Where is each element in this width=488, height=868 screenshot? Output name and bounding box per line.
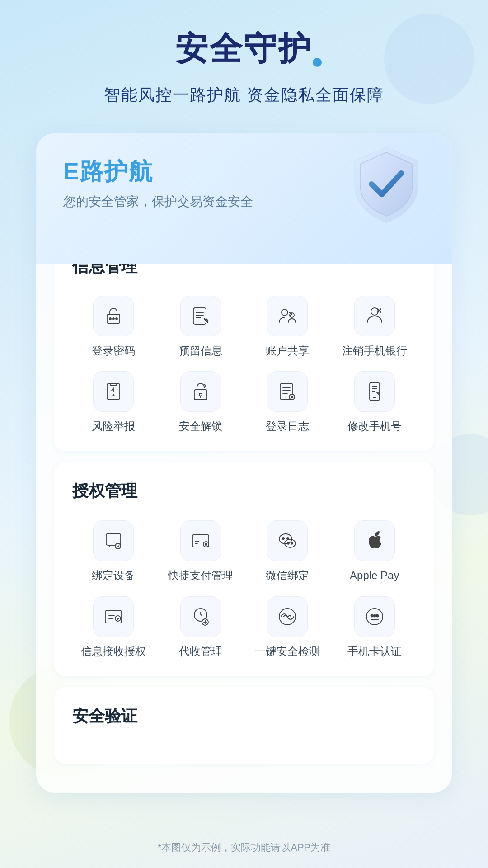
verify-section: 安全验证 [54,687,434,764]
svg-point-21 [279,534,292,544]
login-log-label: 登录日志 [266,419,309,433]
change-phone-icon-box [354,371,395,412]
svg-point-32 [371,614,373,617]
item-safety-check[interactable]: 一键安全检测 [246,596,329,658]
item-wechat-bind[interactable]: 微信绑定 [246,520,329,582]
page-container: 安全守护 智能风控一路护航 资金隐私全面保障 E路护航 您的安全管家，保护交易资… [0,0,488,868]
shield-icon [348,142,429,233]
apple-pay-label: Apple Pay [350,568,399,582]
item-info-auth[interactable]: 信息接收授权 [72,596,155,658]
decoration-blob1 [384,14,474,104]
svg-point-26 [291,543,293,545]
account-share-icon-box [267,296,308,336]
risk-report-label: 风险举报 [92,419,135,433]
svg-point-17 [115,543,121,549]
item-risk-report[interactable]: 风险举报 [72,371,155,433]
info-auth-icon-box [93,596,134,637]
svg-point-2 [109,318,111,320]
safe-unlock-label: 安全解锁 [179,419,222,433]
collect-manage-label: 代收管理 [179,644,222,658]
quick-pay-label: 快捷支付管理 [168,568,233,582]
collect-manage-icon-box [180,596,221,637]
main-card: E路护航 您的安全管家，保护交易资金安全 [36,133,452,793]
page-header: 安全守护 智能风控一路护航 资金隐私全面保障 [104,27,384,106]
auth-section-title: 授权管理 [72,480,416,502]
title-dot [313,58,322,67]
page-title: 安全守护 [175,27,313,71]
auth-section: 授权管理 绑定设备 快捷支付管理 [54,462,434,676]
auth-icon-grid: 绑定设备 快捷支付管理 [72,520,416,658]
svg-point-22 [282,538,284,539]
item-bind-device[interactable]: 绑定设备 [72,520,155,582]
safety-check-icon-box [267,596,308,637]
item-quick-pay[interactable]: 快捷支付管理 [160,520,242,582]
login-log-icon-box [267,371,308,412]
svg-point-14 [291,396,293,398]
bind-device-icon-box [93,520,134,561]
login-password-icon-box [93,296,134,336]
verify-section-title: 安全验证 [72,705,416,727]
svg-point-25 [287,543,289,545]
login-password-label: 登录密码 [92,344,135,358]
sim-auth-icon-box [354,596,395,637]
item-sim-auth[interactable]: 手机卡认证 [333,596,416,658]
svg-point-5 [282,309,288,316]
svg-point-11 [199,393,202,396]
card-banner: E路护航 您的安全管家，保护交易资金安全 [36,133,452,264]
cancel-mobile-icon-box [354,296,395,336]
info-section: 信息管理 登录密码 预留信息 [54,237,434,451]
bind-device-label: 绑定设备 [92,568,135,582]
reserved-info-icon-box [180,296,221,336]
svg-point-34 [376,614,378,617]
wechat-bind-icon-box [267,520,308,561]
account-share-label: 账户共享 [266,344,309,358]
page-subtitle: 智能风控一路护航 资金隐私全面保障 [104,84,384,106]
item-account-share[interactable]: 账户共享 [246,296,329,358]
svg-point-9 [113,395,114,396]
item-cancel-mobile[interactable]: 注销手机银行 [333,296,416,358]
svg-point-3 [116,318,117,320]
svg-point-33 [373,614,375,617]
sim-auth-label: 手机卡认证 [347,644,402,658]
change-phone-label: 修改手机号 [347,419,402,433]
svg-point-24 [285,539,296,547]
safety-check-label: 一键安全检测 [255,644,320,658]
cancel-mobile-label: 注销手机银行 [342,344,407,358]
safe-unlock-icon-box [180,371,221,412]
quick-pay-icon-box [180,520,221,561]
risk-report-icon-box [93,371,134,412]
svg-point-28 [115,616,121,621]
reserved-info-label: 预留信息 [179,344,222,358]
item-login-log[interactable]: 登录日志 [246,371,329,433]
wechat-bind-label: 微信绑定 [266,568,309,582]
footer-note: *本图仅为示例，实际功能请以APP为准 [0,841,488,854]
info-auth-label: 信息接收授权 [81,644,146,658]
item-change-phone[interactable]: 修改手机号 [333,371,416,433]
info-icon-grid: 登录密码 预留信息 账户共享 [72,296,416,433]
svg-point-20 [205,543,207,545]
svg-point-1 [113,318,114,320]
item-apple-pay[interactable]: Apple Pay [333,520,416,582]
item-login-password[interactable]: 登录密码 [72,296,155,358]
item-reserved-info[interactable]: 预留信息 [160,296,242,358]
svg-rect-4 [193,308,206,324]
apple-pay-icon-box [354,520,395,561]
item-collect-manage[interactable]: 代收管理 [160,596,242,658]
item-safe-unlock[interactable]: 安全解锁 [160,371,242,433]
